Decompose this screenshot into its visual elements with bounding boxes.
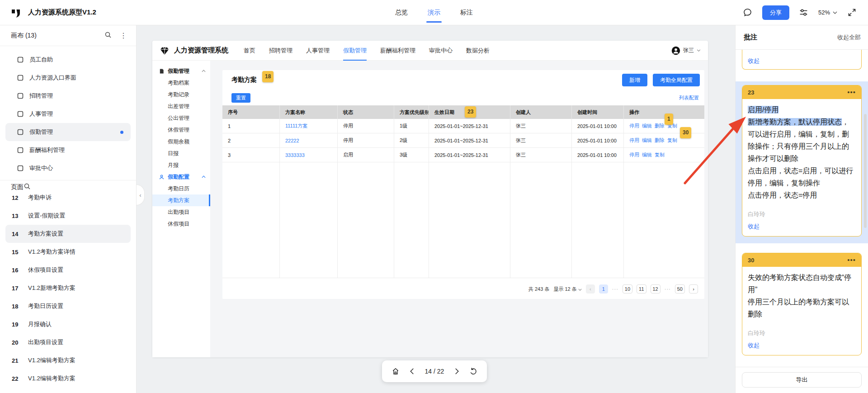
next-page-button[interactable]: ›: [689, 284, 698, 294]
prototype-nav: 首页 招聘管理 人事管理 假勤管理 薪酬福利管理 审批中心 数据分析: [244, 41, 490, 61]
canvas-item[interactable]: 审批中心: [5, 159, 131, 177]
more-horizontal-icon[interactable]: •••: [847, 90, 856, 94]
menu-item[interactable]: 日报: [152, 147, 210, 159]
proto-nav-hr[interactable]: 人事管理: [306, 41, 330, 61]
action-copy[interactable]: 复制: [655, 152, 665, 158]
export-button[interactable]: 导出: [742, 372, 862, 388]
page-item[interactable]: 19 月报确认: [5, 315, 131, 333]
canvas-item-current[interactable]: 假勤管理: [5, 123, 131, 141]
page-button[interactable]: 50: [675, 284, 685, 294]
fullscreen-icon[interactable]: [846, 7, 857, 18]
page-item[interactable]: 17 V1.2新增考勤方案: [5, 279, 131, 297]
search-icon[interactable]: [104, 31, 112, 40]
action-copy[interactable]: 复制: [667, 137, 677, 144]
action-delete[interactable]: 删除: [655, 123, 665, 129]
canvas-item[interactable]: 员工自助: [5, 51, 131, 69]
annotation-badge-18[interactable]: 18: [262, 71, 274, 82]
menu-item[interactable]: 月报: [152, 159, 210, 171]
menu-item[interactable]: 出差管理: [152, 100, 210, 112]
action-edit[interactable]: 编辑: [642, 123, 652, 129]
collapse-sidebar-handle[interactable]: ‹: [137, 185, 145, 205]
canvas-item[interactable]: 人事管理: [5, 105, 131, 123]
action-disable[interactable]: 停用: [629, 137, 639, 144]
page-button[interactable]: 1: [599, 284, 608, 294]
tab-annotate[interactable]: 标注: [460, 0, 473, 25]
plan-name-link[interactable]: 11111方案: [285, 123, 307, 129]
collapse-all-link[interactable]: 收起全部: [837, 33, 861, 42]
annotation-card-23[interactable]: 23 ••• 启用/停用新增考勤方案，默认停用状态，可以进行启用，编辑，复制，删…: [742, 85, 862, 237]
menu-item[interactable]: 休假项目: [152, 218, 210, 230]
collapse-link[interactable]: 收起: [748, 341, 760, 350]
annotation-card-30[interactable]: 30 ••• 失效的考勤方案状态自动变成“停用”停用三个月以上的考勤方案可以删除…: [742, 253, 862, 355]
proto-nav-approval[interactable]: 审批中心: [429, 41, 453, 61]
proto-nav-payroll[interactable]: 薪酬福利管理: [380, 41, 415, 61]
page-item[interactable]: 16 休假项目设置: [5, 261, 131, 279]
page-size-select[interactable]: 显示 12 条: [553, 286, 581, 293]
page-button[interactable]: 11: [637, 284, 646, 294]
canvas-item[interactable]: 招聘管理: [5, 87, 131, 105]
action-delete[interactable]: 删除: [655, 137, 665, 144]
search-icon[interactable]: [24, 183, 31, 192]
restart-icon[interactable]: [469, 367, 477, 375]
page-item[interactable]: 18 考勤日历设置: [5, 297, 131, 315]
action-edit[interactable]: 编辑: [642, 152, 652, 158]
next-page-icon[interactable]: [453, 367, 461, 375]
menu-item[interactable]: 公出管理: [152, 112, 210, 124]
frame-icon: [17, 111, 24, 117]
menu-item[interactable]: 假期余额: [152, 136, 210, 147]
prev-page-button[interactable]: ‹: [586, 284, 595, 294]
tab-overview[interactable]: 总览: [395, 0, 408, 25]
global-config-button[interactable]: 考勤全局配置: [653, 74, 700, 86]
more-horizontal-icon[interactable]: •••: [847, 258, 856, 262]
menu-group-config[interactable]: 假勤配置: [152, 171, 210, 183]
page-button[interactable]: 10: [623, 284, 632, 294]
comment-bubble-icon[interactable]: [742, 7, 753, 18]
proto-nav-analytics[interactable]: 数据分析: [466, 41, 490, 61]
proto-nav-attendance[interactable]: 假勤管理: [343, 41, 367, 61]
collapse-link[interactable]: 收起: [748, 223, 760, 231]
page-item[interactable]: 21 V1.2编辑考勤方案: [5, 351, 131, 369]
annotation-badge-30[interactable]: 30: [680, 127, 691, 138]
tab-present[interactable]: 演示: [428, 0, 440, 25]
panel-scrollbar[interactable]: [864, 114, 867, 228]
app-logo-icon[interactable]: [10, 7, 22, 19]
menu-item[interactable]: 考勤记录: [152, 89, 210, 100]
menu-item[interactable]: 考勤档案: [152, 77, 210, 89]
pages-section-header: 页面: [0, 180, 136, 194]
home-icon[interactable]: [392, 367, 400, 375]
collapse-link[interactable]: 收起: [748, 57, 760, 65]
action-disable[interactable]: 停用: [629, 152, 639, 158]
action-disable[interactable]: 停用: [629, 123, 639, 129]
page-button[interactable]: 12: [651, 284, 660, 294]
page-item[interactable]: 13 设置-假期设置: [5, 207, 131, 225]
menu-item[interactable]: 休假管理: [152, 124, 210, 136]
menu-item-current[interactable]: 考勤方案: [152, 194, 210, 206]
page-item[interactable]: 12 考勤申诉: [5, 194, 131, 207]
prototype-brand: 人力资源管理系统: [174, 46, 228, 55]
proto-nav-recruit[interactable]: 招聘管理: [269, 41, 292, 61]
menu-item[interactable]: 考勤日历: [152, 183, 210, 194]
add-button[interactable]: 新增: [622, 74, 647, 86]
reset-button[interactable]: 重置: [231, 93, 250, 103]
plan-name-link[interactable]: 3333333: [285, 152, 305, 158]
user-menu[interactable]: 张三: [671, 46, 701, 55]
annotation-badge-1[interactable]: 1: [665, 114, 673, 125]
share-button[interactable]: 分享: [762, 5, 789, 20]
zoom-level-control[interactable]: 52%: [818, 9, 837, 16]
page-item-current[interactable]: 14 考勤方案设置: [5, 225, 131, 243]
settings-sliders-icon[interactable]: [798, 7, 809, 18]
page-item[interactable]: 20 出勤项目设置: [5, 333, 131, 351]
proto-nav-home[interactable]: 首页: [244, 41, 255, 61]
canvas-item[interactable]: 人力资源入口界面: [5, 69, 131, 87]
annotation-badge-23[interactable]: 23: [465, 106, 476, 118]
page-item[interactable]: 22 V1.2编辑考勤方案: [5, 369, 131, 388]
canvas-item[interactable]: 薪酬福利管理: [5, 141, 131, 159]
page-item[interactable]: 15 V1.2考勤方案详情: [5, 243, 131, 261]
menu-group-attendance[interactable]: 假勤管理: [152, 65, 210, 77]
more-vertical-icon[interactable]: ⋮: [120, 32, 127, 39]
list-config-link[interactable]: 列表配置: [679, 95, 699, 101]
plan-name-link[interactable]: 22222: [285, 138, 299, 143]
menu-item[interactable]: 出勤项目: [152, 206, 210, 218]
prev-page-icon[interactable]: [408, 367, 416, 375]
action-edit[interactable]: 编辑: [642, 137, 652, 144]
